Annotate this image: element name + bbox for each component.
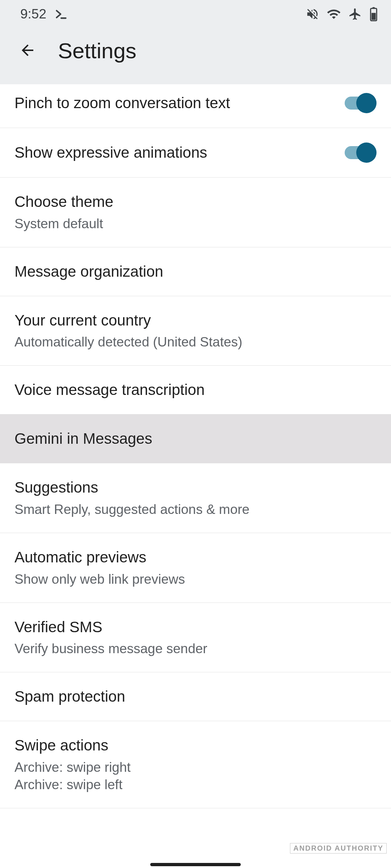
row-subtitle-1: Archive: swipe right: [14, 759, 377, 776]
row-title: Swipe actions: [14, 736, 377, 755]
status-time: 9:52: [20, 7, 46, 22]
row-verified-sms[interactable]: Verified SMS Verify business message sen…: [0, 603, 391, 673]
row-subtitle: Smart Reply, suggested actions & more: [14, 501, 377, 518]
row-voice-transcription[interactable]: Voice message transcription: [0, 366, 391, 414]
row-theme[interactable]: Choose theme System default: [0, 178, 391, 247]
app-bar: Settings: [0, 26, 391, 84]
row-subtitle: System default: [14, 215, 377, 233]
wifi-icon: [327, 7, 341, 21]
row-title: Automatic previews: [14, 548, 377, 567]
row-swipe-actions[interactable]: Swipe actions Archive: swipe right Archi…: [0, 721, 391, 808]
row-subtitle-2: Archive: swipe left: [14, 776, 377, 793]
row-pinch-zoom[interactable]: Pinch to zoom conversation text: [0, 84, 391, 128]
toggle-animations[interactable]: [345, 142, 377, 163]
row-title: Pinch to zoom conversation text: [14, 93, 345, 113]
toggle-pinch-zoom[interactable]: [345, 93, 377, 113]
row-title: Voice message transcription: [14, 380, 377, 400]
back-button[interactable]: [17, 40, 38, 61]
status-left: 9:52: [20, 7, 68, 22]
watermark: ANDROID AUTHORITY: [290, 843, 387, 854]
mute-icon: [306, 7, 319, 21]
row-title: Verified SMS: [14, 617, 377, 637]
row-subtitle: Verify business message sender: [14, 640, 377, 658]
row-previews[interactable]: Automatic previews Show only web link pr…: [0, 533, 391, 603]
row-gemini[interactable]: Gemini in Messages: [0, 414, 391, 463]
row-title: Your current country: [14, 311, 377, 330]
battery-icon: [369, 7, 378, 21]
arrow-back-icon: [19, 55, 36, 60]
row-title: Choose theme: [14, 192, 377, 212]
row-subtitle: Automatically detected (United States): [14, 333, 377, 351]
row-title: Show expressive animations: [14, 143, 345, 162]
terminal-icon: [54, 7, 68, 21]
row-spam[interactable]: Spam protection: [0, 672, 391, 721]
page-title: Settings: [58, 38, 136, 63]
airplane-icon: [348, 7, 362, 21]
row-country[interactable]: Your current country Automatically detec…: [0, 296, 391, 366]
svg-rect-3: [371, 13, 376, 20]
row-title: Suggestions: [14, 478, 377, 497]
row-animations[interactable]: Show expressive animations: [0, 128, 391, 178]
status-bar: 9:52: [0, 0, 391, 26]
status-right: [306, 7, 378, 21]
row-organization[interactable]: Message organization: [0, 247, 391, 296]
row-title: Spam protection: [14, 687, 377, 706]
row-subtitle: Show only web link previews: [14, 571, 377, 588]
settings-list: Pinch to zoom conversation text Show exp…: [0, 84, 391, 808]
row-suggestions[interactable]: Suggestions Smart Reply, suggested actio…: [0, 463, 391, 533]
row-title: Message organization: [14, 262, 377, 281]
nav-pill-icon: [150, 863, 241, 866]
row-title: Gemini in Messages: [14, 429, 377, 448]
svg-rect-2: [373, 7, 375, 9]
